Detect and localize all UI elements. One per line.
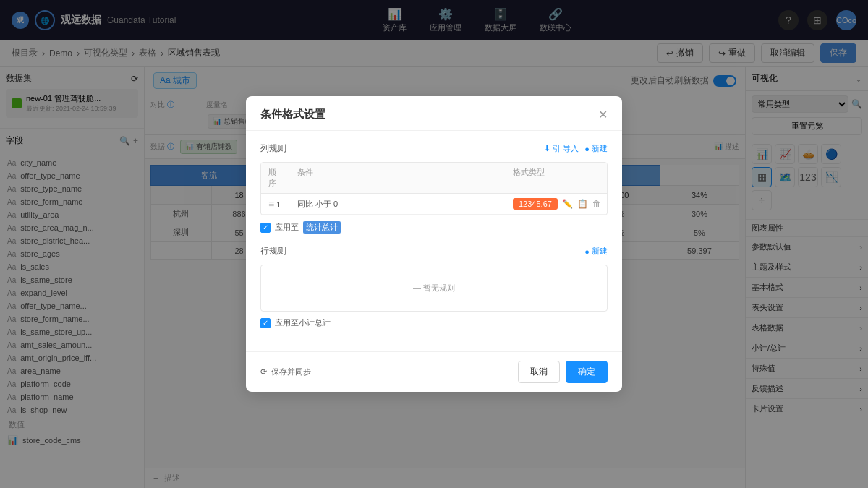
rules-table-header: 顺序 条件 格式类型	[261, 163, 607, 194]
delete-rule-button[interactable]: 🗑	[592, 199, 601, 209]
save-sync-button[interactable]: ⟳ 保存并同步	[260, 367, 311, 377]
row-rules-section: 行规则 ● 新建 — 暂无规则 ✓ 应用至小计总计	[260, 245, 608, 328]
apply-row-checkbox[interactable]: ✓	[260, 318, 271, 328]
apply-row-row: ✓ 应用至小计总计	[260, 317, 608, 328]
rule-format-value: 12345.67	[513, 198, 558, 210]
rule-row-1: ≡ 1 同比 小于 0 12345.67 ✏️ 📋	[261, 194, 607, 215]
row-rules-content: — 暂无规则	[260, 265, 608, 312]
import-label: 引 导入	[553, 143, 579, 154]
col-rules-section: 列规则 ⬇ 引 导入 ● 新建 顺序	[260, 142, 608, 234]
cancel-label: 取消	[530, 367, 548, 377]
dialog-footer: ⟳ 保存并同步 取消 确定	[246, 351, 622, 392]
apply-row-label: 应用至小计总计	[275, 317, 331, 328]
no-rules-text: — 暂无规则	[270, 271, 598, 305]
dialog-title: 条件格式设置	[260, 108, 326, 121]
col-rules-actions: ⬇ 引 导入 ● 新建	[544, 143, 608, 154]
drag-icon[interactable]: ≡	[268, 198, 274, 210]
new-col-label: 新建	[592, 143, 608, 154]
plus-icon2: ●	[584, 145, 590, 153]
confirm-label: 确定	[578, 367, 595, 377]
row-rules-label: 行规则	[260, 245, 286, 257]
col-rules-header: 列规则 ⬇ 引 导入 ● 新建	[260, 142, 608, 155]
rule-condition-cell: 同比 小于 0	[290, 194, 506, 214]
copy-rule-button[interactable]: 📋	[577, 199, 588, 209]
col-rules-label: 列规则	[260, 142, 286, 155]
import-button[interactable]: ⬇ 引 导入	[544, 143, 579, 154]
header-order: 顺序	[261, 163, 290, 193]
apply-col-highlight[interactable]: 统计总计	[303, 221, 341, 234]
no-rules-label: 暂无规则	[423, 283, 455, 292]
rule-drag-order: ≡ 1	[261, 194, 290, 214]
dialog-body: 列规则 ⬇ 引 导入 ● 新建 顺序	[246, 131, 622, 351]
col-rules-table: 顺序 条件 格式类型 ≡ 1 同比 小于 0	[260, 162, 608, 215]
conditional-format-dialog: 条件格式设置 ✕ 列规则 ⬇ 引 导入 ● 新建	[246, 96, 622, 392]
rule-format-cell: 12345.67 ✏️ 📋 🗑	[506, 194, 607, 214]
dialog-header: 条件格式设置 ✕	[246, 96, 622, 131]
rule-condition-text: 同比 小于 0	[297, 199, 338, 210]
cancel-button[interactable]: 取消	[518, 361, 560, 383]
header-condition: 条件	[290, 163, 506, 193]
apply-col-label: 应用至	[275, 222, 299, 233]
no-rules-icon: —	[413, 283, 421, 292]
plus-icon3: ●	[584, 247, 590, 256]
new-row-rule-button[interactable]: ● 新建	[584, 246, 608, 257]
save-sync-icon: ⟳	[260, 367, 267, 377]
footer-right: 取消 确定	[518, 361, 608, 383]
apply-col-checkbox[interactable]: ✓	[260, 223, 271, 233]
dialog-close-button[interactable]: ✕	[598, 108, 608, 121]
new-col-rule-button[interactable]: ● 新建	[584, 143, 608, 154]
new-row-label: 新建	[592, 246, 608, 257]
rule-condition: 同比 小于 0	[297, 199, 498, 210]
apply-col-row: ✓ 应用至 统计总计	[260, 221, 608, 234]
save-sync-label: 保存并同步	[271, 367, 311, 377]
dialog-overlay[interactable]: 条件格式设置 ✕ 列规则 ⬇ 引 导入 ● 新建	[0, 0, 868, 488]
row-rules-header: 行规则 ● 新建	[260, 245, 608, 257]
import-icon: ⬇	[544, 144, 550, 153]
edit-rule-button[interactable]: ✏️	[562, 199, 573, 209]
rule-actions: ✏️ 📋 🗑	[562, 199, 601, 209]
header-format-type: 格式类型	[506, 163, 607, 193]
confirm-button[interactable]: 确定	[566, 361, 608, 383]
rule-order-num: 1	[276, 200, 281, 209]
